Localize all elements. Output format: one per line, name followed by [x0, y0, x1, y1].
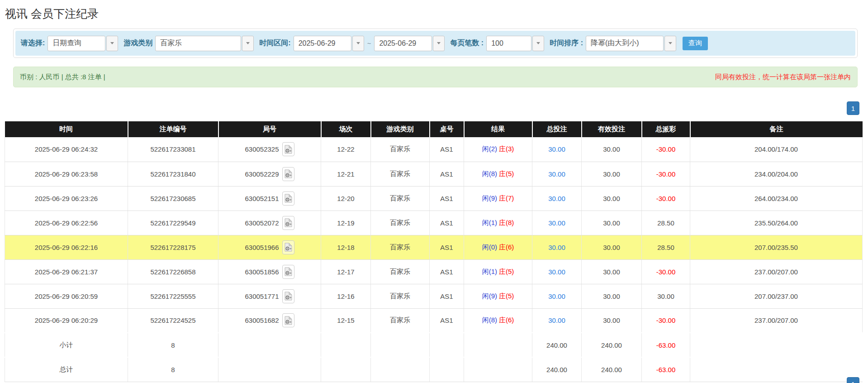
result-player: 闲(8): [482, 316, 497, 324]
bet-time: 2025-06-29 06:24:32: [35, 145, 98, 153]
note-cell: 235.50/264.00: [690, 211, 863, 235]
date-from-select[interactable]: 2025-06-29: [294, 36, 364, 51]
chevron-down-icon[interactable]: [106, 36, 118, 51]
footer-empty-cell: [371, 333, 430, 357]
footer-label: 总计: [60, 365, 73, 373]
payout-cell: -30.00: [642, 308, 690, 333]
chevron-down-icon[interactable]: [664, 36, 676, 51]
video-playback-icon[interactable]: [282, 289, 294, 303]
video-playback-icon[interactable]: [282, 313, 294, 327]
note: 207.00/235.50: [754, 244, 798, 251]
game-category: 百家乐: [390, 219, 410, 226]
note-cell: 207.00/237.00: [690, 284, 863, 308]
round-number: 630051771: [245, 292, 279, 300]
game-category-cell: 百家乐: [371, 284, 430, 308]
game-category-select[interactable]: 百家乐: [155, 36, 254, 51]
video-playback-icon[interactable]: [282, 240, 294, 254]
bet-number-cell: 522617231840: [128, 162, 218, 186]
payout-cell: -30.00: [642, 137, 690, 162]
valid-bet-cell: 30.00: [582, 259, 642, 284]
video-playback-icon[interactable]: [282, 216, 294, 230]
valid-bet: 30.00: [603, 145, 620, 153]
round-number-cell: 630051771: [218, 284, 321, 308]
note-cell: 237.00/207.00: [690, 308, 863, 333]
round-number-group: 630052325: [219, 142, 320, 156]
column-header-total-bet: 总投注: [532, 121, 582, 137]
total-bet-link[interactable]: 30.00: [548, 195, 565, 202]
table-row: 2025-06-29 06:23:26522617230685630052151…: [5, 186, 863, 211]
total-bet-link[interactable]: 30.00: [548, 292, 565, 300]
pagination-page-1-top[interactable]: 1: [847, 101, 859, 115]
date-to-select[interactable]: 2025-06-29: [374, 36, 445, 51]
date-to-value: 2025-06-29: [374, 36, 432, 51]
footer-total-payout-cell: -63.00: [642, 357, 690, 382]
bet-time: 2025-06-29 06:21:37: [35, 268, 98, 276]
result-banker: 庄(8): [499, 219, 514, 226]
round-number-cell: 630051682: [218, 308, 321, 333]
footer-empty-cell: [690, 357, 863, 382]
valid-bet-cell: 30.00: [582, 284, 642, 308]
result-banker: 庄(6): [499, 243, 514, 251]
column-header-total-payout: 总派彩: [642, 121, 690, 137]
table-number-cell: AS1: [430, 259, 464, 284]
valid-bet: 30.00: [603, 292, 620, 300]
footer-total-payout: -63.00: [656, 366, 676, 373]
result-banker: 庄(7): [499, 194, 514, 202]
result-player: 闲(2): [482, 145, 497, 153]
result-cell: 闲(0)庄(6): [464, 235, 532, 259]
total-bet-link[interactable]: 30.00: [548, 145, 565, 153]
chevron-down-icon[interactable]: [352, 36, 364, 51]
result-player: 闲(9): [482, 194, 497, 202]
column-header-table-number: 桌号: [430, 121, 464, 137]
chevron-down-icon[interactable]: [532, 36, 544, 51]
query-type-select[interactable]: 日期查询: [47, 36, 118, 51]
total-bet-cell: 30.00: [532, 235, 582, 259]
chevron-down-icon[interactable]: [433, 36, 445, 51]
video-playback-icon[interactable]: [282, 142, 294, 156]
result-player: 闲(9): [482, 292, 497, 300]
summary-bar: 币别 : 人民币 | 总共 :8 注单 | 同局有效投注，统一计算在该局第一张注…: [13, 67, 858, 87]
note-cell: 264.00/234.00: [690, 186, 863, 211]
round-number: 630052072: [245, 219, 279, 227]
total-bet-cell: 30.00: [532, 186, 582, 211]
chevron-down-icon[interactable]: [242, 36, 254, 51]
total-bet-link[interactable]: 30.00: [548, 316, 565, 324]
search-button[interactable]: 查询: [683, 37, 708, 50]
result-banker: 庄(5): [499, 170, 514, 177]
time-range-label: 时间区间:: [259, 38, 290, 48]
round-number-cell: 630051966: [218, 235, 321, 259]
payout-cell: 30.00: [642, 284, 690, 308]
footer-bet-count: 8: [171, 341, 175, 349]
total-bet-link[interactable]: 30.00: [548, 170, 565, 178]
round-number-group: 630052151: [219, 192, 320, 206]
valid-bet: 30.00: [603, 268, 620, 276]
session: 12-21: [337, 170, 354, 178]
total-bet-link[interactable]: 30.00: [548, 268, 565, 276]
video-playback-icon[interactable]: [282, 167, 294, 181]
bet-time-cell: 2025-06-29 06:23:58: [5, 162, 128, 186]
game-category-label: 游戏类别: [123, 38, 152, 48]
time-sort-select[interactable]: 降幂(由大到小): [586, 36, 676, 51]
video-playback-icon[interactable]: [282, 192, 294, 206]
note-cell: 204.00/174.00: [690, 137, 863, 162]
page-size-select[interactable]: 100: [486, 36, 544, 51]
video-playback-icon[interactable]: [282, 265, 294, 279]
result-cell: 闲(1)庄(8): [464, 211, 532, 235]
note-cell: 207.00/235.50: [690, 235, 863, 259]
bet-number: 522617231840: [150, 170, 195, 178]
pagination-page-1-bottom[interactable]: 1: [847, 377, 859, 383]
round-number-cell: 630052072: [218, 211, 321, 235]
round-number: 630052325: [245, 145, 279, 153]
total-bet-link[interactable]: 30.00: [548, 244, 565, 251]
table-number-cell: AS1: [430, 211, 464, 235]
total-bet-link[interactable]: 30.00: [548, 219, 565, 227]
payout-cell: -30.00: [642, 259, 690, 284]
bet-number-cell: 522617225555: [128, 284, 218, 308]
payout: -30.00: [656, 195, 676, 202]
time-sort-value: 降幂(由大到小): [586, 36, 664, 51]
note: 234.00/204.00: [754, 170, 798, 178]
bet-number-cell: 522617228175: [128, 235, 218, 259]
bet-number-cell: 522617224525: [128, 308, 218, 333]
betting-records-table: 时间 注单编号 局号 场次 游戏类别 桌号 结果 总投注 有效投注 总派彩 备注…: [5, 121, 863, 382]
game-category-cell: 百家乐: [371, 259, 430, 284]
